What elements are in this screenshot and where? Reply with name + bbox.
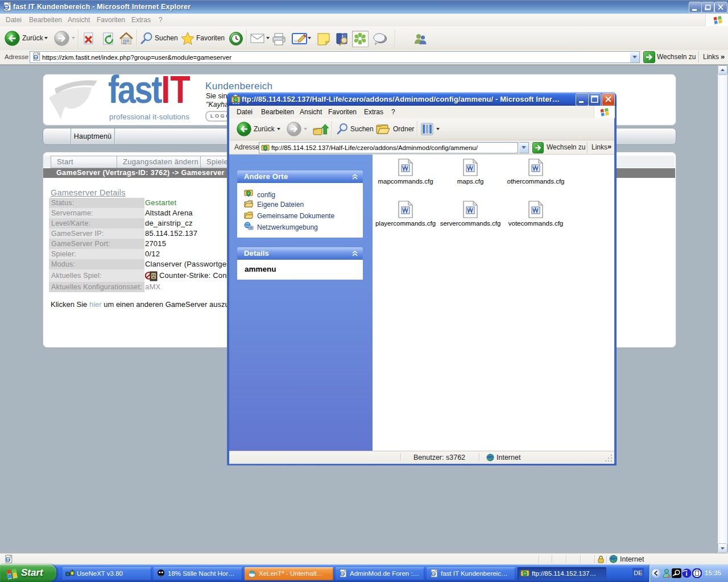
svg-text:i: i <box>685 570 687 577</box>
